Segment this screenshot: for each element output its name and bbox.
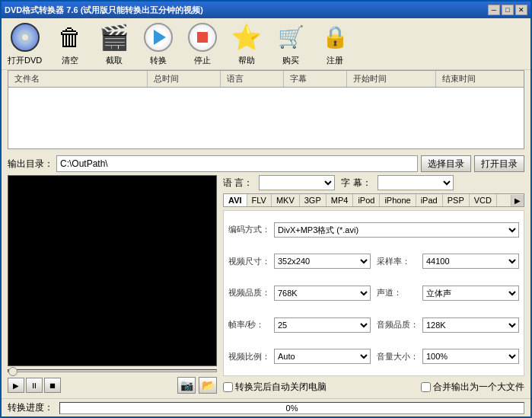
col-language: 语言	[221, 71, 284, 87]
playback-controls: ▶ ⏸ ⏹	[8, 378, 61, 393]
audio-channel-select[interactable]: 立体声	[422, 286, 519, 301]
capture-button[interactable]: 🎬 截取	[98, 21, 130, 66]
file-table-header: 文件名 总时间 语言 字幕 开始时间 结束时间	[8, 71, 524, 88]
aspect-ratio-select[interactable]: Auto	[274, 349, 371, 364]
folder-button[interactable]: 📂	[199, 377, 217, 394]
video-quality-row: 视频品质： 768K	[228, 279, 371, 308]
tab-avi[interactable]: AVI	[224, 194, 247, 206]
convert-button[interactable]: 转换	[142, 21, 174, 66]
merge-output-checkbox[interactable]	[421, 382, 431, 392]
output-label: 输出目录：	[8, 158, 53, 171]
extra-controls: 📷 📂	[177, 377, 217, 394]
more-tabs-button[interactable]: ▶	[511, 195, 524, 206]
open-dvd-label: 打开DVD	[8, 55, 42, 66]
subtitle-select[interactable]	[377, 175, 454, 190]
volume-row: 音量大小： 100%	[377, 342, 519, 371]
tab-flv[interactable]: FLV	[247, 194, 272, 206]
buy-label: 购买	[282, 55, 299, 66]
stop-ctrl-button[interactable]: ⏹	[44, 378, 61, 393]
minimize-button[interactable]: ─	[488, 5, 500, 15]
clear-button[interactable]: 🗑 清空	[54, 21, 86, 66]
progress-bar: 0%	[59, 402, 524, 414]
toolbar: 打开DVD 🗑 清空 🎬 截取 转换	[2, 18, 530, 70]
volume-select[interactable]: 100%	[422, 349, 519, 364]
help-button[interactable]: ⭐ 帮助	[231, 21, 263, 66]
sample-rate-select[interactable]: 44100	[422, 254, 519, 269]
col-filename: 文件名	[8, 71, 148, 87]
stop-label: 停止	[194, 55, 211, 66]
tab-psp[interactable]: PSP	[443, 194, 470, 206]
format-tabs: AVI FLV MKV 3GP MP4 iPod iPhone iPad PSP…	[223, 193, 524, 207]
select-dir-button[interactable]: 选择目录	[421, 155, 471, 172]
lock-icon: 🔒	[322, 23, 349, 52]
sample-rate-row: 采样率： 44100	[377, 247, 519, 276]
capture-label: 截取	[106, 55, 123, 66]
col-duration: 总时间	[148, 71, 221, 87]
slider-thumb[interactable]	[8, 367, 18, 376]
buy-button[interactable]: 🛒 购买	[275, 21, 307, 66]
tab-ipad[interactable]: iPad	[416, 194, 443, 206]
subtitle-label: 字 幕：	[341, 177, 371, 190]
tab-vcd[interactable]: VCD	[470, 194, 497, 206]
help-label: 帮助	[238, 55, 255, 66]
video-size-select[interactable]: 352x240	[274, 254, 371, 269]
progress-row: 转换进度： 0%	[2, 398, 530, 416]
main-window: DVD格式转换器 7.6 (试用版只能转换出五分钟的视频) ─ □ ✕ 打开DV…	[0, 0, 532, 418]
maximize-button[interactable]: □	[502, 5, 514, 15]
codec-row: 编码方式： DivX+MP3格式 (*.avi)	[228, 215, 519, 244]
frame-rate-select[interactable]: 25	[274, 317, 371, 333]
output-path-input[interactable]	[56, 155, 418, 172]
tab-mkv[interactable]: MKV	[272, 194, 300, 206]
auto-shutdown-item: 转换完后自动关闭电脑	[223, 381, 327, 394]
play-icon	[144, 23, 173, 52]
auto-shutdown-checkbox[interactable]	[223, 382, 233, 392]
tab-3gp[interactable]: 3GP	[300, 194, 327, 206]
camera-button[interactable]: 📷	[177, 377, 196, 394]
file-table-body[interactable]	[8, 88, 524, 148]
aspect-ratio-label: 视频比例：	[228, 351, 271, 362]
audio-quality-select[interactable]: 128K	[422, 317, 519, 333]
clear-icon: 🗑	[58, 24, 82, 52]
tab-iphone[interactable]: iPhone	[380, 194, 416, 206]
merge-output-item: 合并输出为一个大文件	[421, 381, 524, 394]
file-table: 文件名 总时间 语言 字幕 开始时间 结束时间	[8, 70, 524, 149]
register-button[interactable]: 🔒 注册	[319, 21, 351, 66]
settings-grid: 编码方式： DivX+MP3格式 (*.avi) 视频尺寸： 352x240 采	[223, 210, 524, 376]
video-preview: ▶ ⏸ ⏹ 📷 📂	[8, 175, 217, 395]
video-screen	[8, 175, 217, 366]
audio-channel-label: 声道：	[377, 287, 419, 298]
pause-button[interactable]: ⏸	[26, 378, 43, 393]
video-controls: ▶ ⏸ ⏹ 📷 📂	[8, 375, 217, 395]
video-size-label: 视频尺寸：	[228, 256, 271, 267]
frame-rate-row: 帧率/秒： 25	[228, 311, 371, 340]
convert-label: 转换	[150, 55, 167, 66]
video-quality-label: 视频品质：	[228, 287, 271, 298]
close-button[interactable]: ✕	[515, 5, 527, 15]
merge-output-label: 合并输出为一个大文件	[433, 381, 524, 394]
video-quality-select[interactable]: 768K	[274, 286, 371, 301]
film-icon: 🎬	[99, 23, 129, 52]
language-select[interactable]	[259, 175, 335, 190]
col-end-time: 结束时间	[436, 71, 524, 87]
stop-button[interactable]: 停止	[186, 21, 218, 66]
register-label: 注册	[327, 55, 343, 66]
progress-label: 转换进度：	[8, 401, 53, 414]
sample-rate-label: 采样率：	[377, 256, 419, 267]
volume-label: 音量大小：	[377, 351, 419, 362]
open-dvd-button[interactable]: 打开DVD	[8, 21, 42, 66]
tab-ipod[interactable]: iPod	[353, 194, 380, 206]
col-subtitle: 字幕	[284, 71, 347, 87]
tab-mp4[interactable]: MP4	[327, 194, 354, 206]
video-slider	[8, 369, 217, 372]
output-row: 输出目录： 选择目录 打开目录	[2, 152, 530, 175]
codec-select[interactable]: DivX+MP3格式 (*.avi)	[274, 222, 519, 238]
title-bar: DVD格式转换器 7.6 (试用版只能转换出五分钟的视频) ─ □ ✕	[2, 2, 530, 18]
window-title: DVD格式转换器 7.6 (试用版只能转换出五分钟的视频)	[5, 5, 203, 16]
cart-icon: 🛒	[278, 23, 304, 52]
open-dir-button[interactable]: 打开目录	[474, 155, 524, 172]
lang-subtitle-row: 语 言： 字 幕：	[223, 175, 524, 190]
play-button[interactable]: ▶	[8, 378, 24, 393]
main-area: ▶ ⏸ ⏹ 📷 📂 语 言： 字 幕：	[2, 175, 530, 398]
col-start-time: 开始时间	[347, 71, 435, 87]
slider-track[interactable]	[8, 369, 217, 372]
